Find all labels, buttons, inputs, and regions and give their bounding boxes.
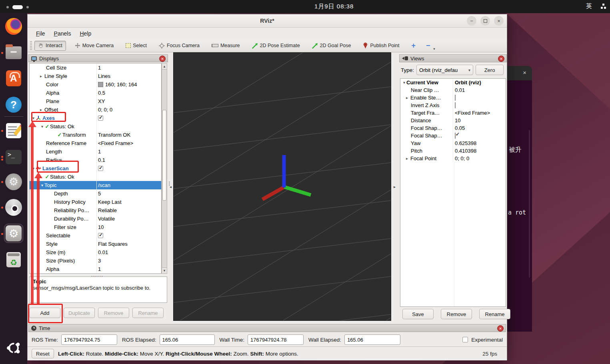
- tree-row[interactable]: Durability Po…Volatile: [30, 215, 161, 223]
- input-method-indicator[interactable]: 英: [586, 2, 592, 10]
- tree-row[interactable]: Line StyleLines: [30, 72, 161, 80]
- dock-help[interactable]: ?: [5, 96, 22, 113]
- checkbox[interactable]: [455, 95, 456, 101]
- toolbar-grip[interactable]: [30, 41, 32, 50]
- duplicate-button[interactable]: Duplicate: [64, 308, 95, 318]
- minimize-button[interactable]: −: [467, 16, 476, 26]
- tool-focus-camera[interactable]: Focus Camera: [156, 41, 203, 50]
- tree-row[interactable]: History PolicyKeep Last: [30, 198, 161, 206]
- selectable-checkbox[interactable]: [98, 233, 103, 238]
- title-bar[interactable]: RViz* − ×: [28, 14, 507, 28]
- tool-move-camera[interactable]: Move Camera: [72, 41, 117, 50]
- dock-text-editor[interactable]: [5, 122, 22, 139]
- checkbox[interactable]: [455, 102, 456, 108]
- displays-scrollbar[interactable]: ▲ ▼: [162, 63, 167, 274]
- dock-software[interactable]: A: [5, 70, 22, 87]
- scroll-down-icon[interactable]: ▼: [162, 267, 167, 273]
- panel-divider-right[interactable]: ▸: [392, 52, 397, 321]
- tool-publish-point[interactable]: Publish Point: [360, 41, 402, 50]
- tool-2d-pose-estimate[interactable]: 2D Pose Estimate: [249, 41, 303, 50]
- tree-row[interactable]: Size (Pixels)3: [30, 257, 161, 265]
- tree-row[interactable]: Alpha1: [30, 265, 161, 273]
- collapse-icon[interactable]: [31, 116, 36, 120]
- dock-rviz-active[interactable]: ⚙: [4, 224, 23, 243]
- menu-panels[interactable]: Panels: [50, 29, 75, 38]
- tree-row[interactable]: Offset0; 0; 0: [30, 105, 161, 114]
- tool-select[interactable]: Select: [122, 41, 150, 50]
- tree-row[interactable]: Invert Z Axis: [400, 101, 506, 109]
- tree-row[interactable]: Focal Point0; 0; 0: [400, 155, 506, 162]
- tree-row[interactable]: Yaw0.625398: [400, 139, 506, 147]
- add-tool-button[interactable]: +: [408, 42, 419, 50]
- views-panel-header[interactable]: Views ×: [399, 54, 507, 62]
- tree-row[interactable]: TransformTransform OK: [30, 131, 161, 139]
- tree-row[interactable]: Cell Size1: [30, 64, 161, 72]
- wall-time-field[interactable]: [248, 334, 304, 345]
- tree-row[interactable]: Pitch0.410398: [400, 147, 506, 155]
- reset-button[interactable]: Reset: [32, 349, 54, 358]
- tree-row[interactable]: Radius0.1: [30, 156, 161, 164]
- remove-view-button[interactable]: Remove: [441, 309, 472, 319]
- dock-terminal[interactable]: >_: [5, 148, 22, 166]
- menu-help[interactable]: Help: [76, 29, 95, 38]
- tree-row[interactable]: Filter size10: [30, 223, 161, 231]
- tree-row[interactable]: Status: Ok: [30, 173, 161, 181]
- expand-icon[interactable]: [406, 94, 410, 101]
- expand-icon[interactable]: [40, 173, 44, 181]
- ubuntu-logo-icon[interactable]: [6, 340, 22, 356]
- remove-button[interactable]: Remove: [98, 308, 129, 318]
- tool-2d-goal-pose[interactable]: 2D Goal Pose: [309, 41, 354, 50]
- tree-row[interactable]: Distance10: [400, 117, 506, 124]
- collapse-icon[interactable]: [40, 183, 44, 187]
- close-panel-icon[interactable]: ×: [159, 56, 166, 62]
- 3d-viewport[interactable]: [173, 52, 391, 321]
- background-terminal-window[interactable]: × 被升 a rot: [507, 66, 532, 332]
- dock-firefox[interactable]: [5, 18, 22, 35]
- tree-row[interactable]: Status: Ok: [30, 122, 161, 131]
- rename-button[interactable]: Rename: [132, 308, 164, 318]
- system-tray-icon[interactable]: [601, 4, 606, 9]
- time-panel-header[interactable]: Time ×: [28, 324, 506, 332]
- clock[interactable]: 1月9日 08:38: [314, 3, 354, 10]
- tree-row[interactable]: Depth5: [30, 189, 161, 198]
- tool-measure[interactable]: Measure: [208, 41, 243, 50]
- expand-icon[interactable]: [406, 155, 410, 162]
- panel-divider-left[interactable]: ••••◂: [168, 52, 173, 321]
- displays-panel-header[interactable]: Displays ×: [28, 54, 168, 62]
- scroll-up-icon[interactable]: ▲: [162, 64, 167, 70]
- tree-row-laserscan[interactable]: LaserScan: [30, 164, 161, 173]
- checkbox[interactable]: [455, 133, 456, 139]
- tree-row[interactable]: Focal Shap…0.05: [400, 124, 506, 132]
- tree-row[interactable]: Target Fra…<Fixed Frame>: [400, 109, 506, 117]
- menu-file[interactable]: File: [32, 29, 49, 38]
- collapse-icon[interactable]: [402, 80, 406, 85]
- dock-disc[interactable]: [5, 199, 22, 216]
- dock-trash[interactable]: ♻: [5, 251, 22, 269]
- tree-row[interactable]: StyleFlat Squares: [30, 240, 161, 248]
- tree-row[interactable]: Near Clip …0.01: [400, 86, 506, 94]
- view-type-dropdown[interactable]: Orbit (rviz_defau▾: [416, 65, 473, 75]
- workspace-indicator[interactable]: [6, 5, 29, 9]
- dock-settings[interactable]: ⚙: [5, 173, 22, 191]
- expand-icon[interactable]: [40, 72, 44, 80]
- scrollbar-thumb[interactable]: [162, 110, 166, 201]
- maximize-button[interactable]: [480, 16, 490, 26]
- tree-row[interactable]: Enable Ste…: [400, 94, 506, 101]
- wall-elapsed-field[interactable]: [344, 334, 400, 345]
- tree-row[interactable]: Color160; 160; 164: [30, 80, 161, 89]
- collapse-icon[interactable]: [40, 124, 44, 129]
- terminal-scrollbar[interactable]: [529, 130, 530, 278]
- tree-row-topic-selected[interactable]: Topic/scan: [30, 181, 161, 189]
- collapse-icon[interactable]: [31, 166, 36, 171]
- tree-row[interactable]: Focal Shap…: [400, 132, 506, 139]
- tree-row[interactable]: Alpha0.5: [30, 89, 161, 97]
- experimental-checkbox[interactable]: [462, 337, 468, 342]
- tree-row[interactable]: Current ViewOrbit (rviz): [400, 79, 506, 86]
- close-button[interactable]: ×: [494, 16, 504, 26]
- rename-view-button[interactable]: Rename: [479, 309, 510, 319]
- ros-elapsed-field[interactable]: [160, 334, 215, 345]
- enabled-checkbox[interactable]: [98, 166, 103, 171]
- tree-row[interactable]: Size (m)0.01: [30, 248, 161, 257]
- save-view-button[interactable]: Save: [402, 309, 434, 319]
- close-icon[interactable]: ×: [523, 69, 526, 76]
